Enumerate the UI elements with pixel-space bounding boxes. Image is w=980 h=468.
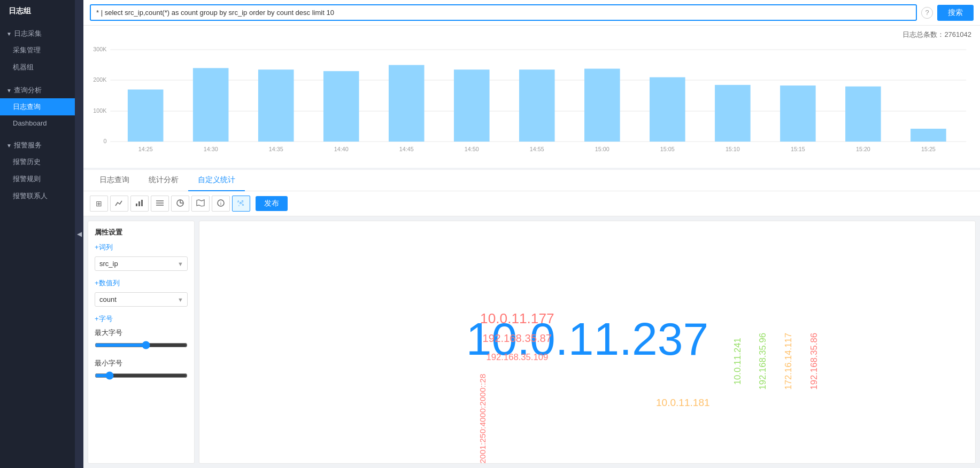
sidebar-group-query: ▼ 查询分析 日志查询 Dashboard bbox=[0, 79, 75, 134]
sidebar-group-header-alarm[interactable]: ▼ 报警服务 bbox=[0, 137, 75, 153]
svg-text:14:55: 14:55 bbox=[530, 146, 544, 152]
wordcloud-button[interactable]: A a B c b bbox=[232, 196, 250, 212]
num-select-wrapper: count ▼ bbox=[95, 292, 188, 307]
svg-text:200K: 200K bbox=[93, 76, 107, 83]
max-font-slider[interactable] bbox=[95, 341, 188, 349]
sidebar-item-collection-mgmt[interactable]: 采集管理 bbox=[0, 42, 75, 59]
word-192.168.35.109: 192.168.35.109 bbox=[486, 352, 548, 362]
svg-text:14:40: 14:40 bbox=[334, 146, 349, 152]
word-192.168.35.87: 192.168.35.87 bbox=[483, 333, 552, 345]
arrow-icon-query: ▼ bbox=[6, 88, 12, 93]
sidebar-item-machine-group[interactable]: 机器组 bbox=[0, 59, 75, 76]
map-button[interactable] bbox=[191, 196, 210, 212]
svg-text:14:30: 14:30 bbox=[204, 146, 218, 152]
map-icon bbox=[196, 199, 205, 208]
table-icon: ⊞ bbox=[96, 199, 102, 208]
toolbar: ⊞ i bbox=[83, 191, 980, 216]
properties-panel: 属性设置 +词列 src_ip ▼ +数值列 count ▼ +字号 最大字号 bbox=[88, 221, 195, 464]
collapse-icon: ◀ bbox=[77, 230, 82, 238]
search-button[interactable]: 搜索 bbox=[937, 5, 974, 21]
svg-rect-22 bbox=[138, 201, 140, 206]
word-192.168.35.86: 192.168.35.86 bbox=[809, 333, 819, 390]
bar-15:10 bbox=[715, 85, 751, 142]
svg-text:14:25: 14:25 bbox=[138, 146, 153, 152]
word-172.16.14.117: 172.16.14.117 bbox=[783, 333, 793, 390]
arrow-icon: ▼ bbox=[6, 31, 12, 37]
sidebar-group-header-query[interactable]: ▼ 查询分析 bbox=[0, 82, 75, 98]
pie-chart-icon bbox=[176, 199, 184, 208]
min-font-slider[interactable] bbox=[95, 371, 188, 380]
svg-text:0: 0 bbox=[103, 138, 106, 144]
line-chart-button[interactable] bbox=[110, 196, 128, 212]
column-select[interactable]: src_ip bbox=[95, 256, 188, 271]
svg-text:100K: 100K bbox=[93, 107, 107, 114]
tab-stats-analysis[interactable]: 统计分析 bbox=[139, 170, 188, 191]
help-icon: ? bbox=[925, 9, 929, 17]
word-10.0.11.241: 10.0.11.241 bbox=[732, 338, 743, 385]
bar-14:35 bbox=[258, 69, 294, 142]
add-font-link[interactable]: +字号 bbox=[95, 314, 188, 324]
word-192.168.35.96: 192.168.35.96 bbox=[758, 333, 768, 390]
bar-14:30 bbox=[193, 68, 229, 142]
add-column-link[interactable]: +词列 bbox=[95, 243, 188, 252]
info-icon: i bbox=[217, 199, 225, 208]
svg-rect-23 bbox=[141, 200, 143, 206]
max-font-container: 最大字号 bbox=[95, 328, 188, 351]
bar-14:50 bbox=[454, 69, 490, 142]
bar-15:15 bbox=[780, 85, 816, 142]
word-ipv6: 2001:250:4000:2000::28 bbox=[478, 374, 487, 463]
add-num-link[interactable]: +数值列 bbox=[95, 278, 188, 288]
wordcloud-icon: A a B c b bbox=[237, 199, 245, 208]
min-font-label: 最小字号 bbox=[95, 358, 188, 368]
sidebar-group-label-query: 查询分析 bbox=[14, 85, 42, 95]
sidebar-item-alarm-contacts[interactable]: 报警联系人 bbox=[0, 188, 75, 205]
sidebar-collapse-button[interactable]: ◀ bbox=[75, 0, 83, 468]
bar-chart-icon bbox=[135, 199, 144, 208]
sidebar-item-alarm-rules[interactable]: 报警规则 bbox=[0, 170, 75, 188]
svg-text:b: b bbox=[242, 203, 244, 206]
bar-14:40 bbox=[323, 71, 359, 142]
properties-title: 属性设置 bbox=[95, 228, 188, 237]
svg-text:300K: 300K bbox=[93, 46, 107, 52]
main-content: ? 搜索 日志总条数：2761042 300K 200K 100K 0 14:2… bbox=[83, 0, 980, 468]
bar-chart: 300K 200K 100K 0 14:2514:3014:3514:4014:… bbox=[92, 42, 971, 159]
wordcloud: 10.0.11.237 10.0.11.177 192.168.35.87 19… bbox=[199, 221, 975, 463]
bar-chart-button[interactable] bbox=[130, 196, 149, 212]
num-select[interactable]: count bbox=[95, 292, 188, 307]
list-view-button[interactable] bbox=[151, 196, 169, 212]
sidebar-item-dashboard[interactable]: Dashboard bbox=[0, 115, 75, 131]
column-select-wrapper: src_ip ▼ bbox=[95, 256, 188, 271]
bar-15:00 bbox=[584, 69, 620, 142]
tab-log-query[interactable]: 日志查询 bbox=[90, 170, 139, 191]
pie-chart-button[interactable] bbox=[171, 196, 189, 212]
svg-text:15:00: 15:00 bbox=[595, 146, 609, 152]
svg-text:15:25: 15:25 bbox=[921, 146, 936, 152]
sidebar-group-alarm: ▼ 报警服务 报警历史 报警规则 报警联系人 bbox=[0, 134, 75, 208]
info-button[interactable]: i bbox=[212, 196, 230, 212]
sidebar-item-alarm-history[interactable]: 报警历史 bbox=[0, 153, 75, 170]
svg-text:c: c bbox=[238, 204, 240, 207]
bar-14:25 bbox=[128, 90, 164, 142]
sidebar-item-log-query[interactable]: 日志查询 bbox=[0, 98, 75, 115]
visualization-panel: 10.0.11.237 10.0.11.177 192.168.35.87 19… bbox=[199, 221, 976, 464]
min-font-container: 最小字号 bbox=[95, 358, 188, 381]
sidebar-group-label-alarm: 报警服务 bbox=[14, 141, 42, 150]
line-chart-icon bbox=[115, 199, 124, 208]
bar-15:25 bbox=[910, 129, 946, 142]
arrow-icon-alarm: ▼ bbox=[6, 143, 12, 149]
search-input[interactable] bbox=[90, 4, 917, 21]
bar-15:05 bbox=[650, 77, 685, 142]
log-total: 日志总条数：2761042 bbox=[92, 30, 971, 40]
list-icon bbox=[156, 199, 164, 208]
svg-text:15:20: 15:20 bbox=[856, 146, 870, 152]
table-view-button[interactable]: ⊞ bbox=[90, 196, 108, 212]
svg-rect-21 bbox=[136, 204, 137, 206]
svg-text:15:10: 15:10 bbox=[726, 146, 740, 152]
chart-area: 日志总条数：2761042 300K 200K 100K 0 14:2514:3… bbox=[83, 26, 980, 168]
publish-button[interactable]: 发布 bbox=[256, 196, 288, 211]
tab-custom-stats[interactable]: 自定义统计 bbox=[188, 170, 245, 191]
svg-text:14:50: 14:50 bbox=[465, 146, 479, 152]
svg-text:14:45: 14:45 bbox=[399, 146, 414, 152]
sidebar-group-header-collection[interactable]: ▼ 日志采集 bbox=[0, 26, 75, 42]
help-button[interactable]: ? bbox=[921, 7, 933, 19]
